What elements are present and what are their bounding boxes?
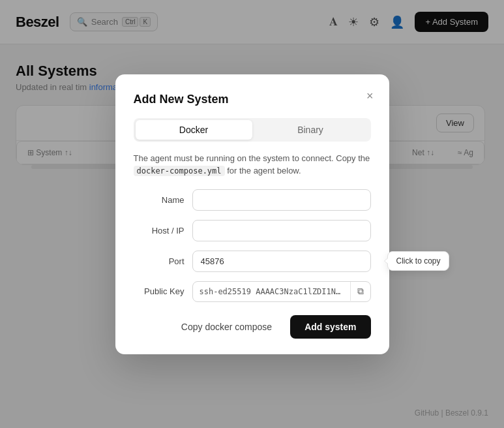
- copy-docker-compose-button[interactable]: Copy docker compose: [171, 315, 282, 339]
- modal-close-button[interactable]: ×: [364, 87, 376, 104]
- port-wrapper: Click to copy: [192, 251, 371, 272]
- tab-docker[interactable]: Docker: [136, 120, 252, 140]
- host-label: Host / IP: [134, 226, 185, 236]
- tab-binary[interactable]: Binary: [252, 120, 369, 140]
- public-key-wrapper: ssh-ed25519 AAAAC3NzaC1lZDI1NTE ⧉: [192, 281, 371, 302]
- host-field-row: Host / IP: [134, 220, 371, 241]
- port-input[interactable]: [192, 251, 371, 272]
- public-key-value: ssh-ed25519 AAAAC3NzaC1lZDI1NTE: [193, 282, 350, 301]
- description-code: docker-compose.yml: [134, 166, 225, 176]
- add-system-submit-button[interactable]: Add system: [290, 315, 370, 339]
- add-system-modal: Add New System × Docker Binary The agent…: [115, 74, 389, 354]
- name-field-row: Name: [134, 189, 371, 211]
- public-key-label: Public Key: [134, 286, 185, 296]
- modal-footer: Copy docker compose Add system: [134, 315, 371, 339]
- modal-description: The agent must be running on the system …: [134, 152, 371, 177]
- modal-title: Add New System: [134, 93, 371, 106]
- tab-toggle: Docker Binary: [134, 118, 371, 142]
- public-key-copy-button[interactable]: ⧉: [350, 282, 370, 301]
- modal-overlay: Add New System × Docker Binary The agent…: [0, 0, 504, 428]
- host-input[interactable]: [192, 220, 371, 241]
- port-label: Port: [134, 256, 185, 266]
- copy-tooltip: Click to copy: [387, 251, 449, 271]
- port-field-row: Port Click to copy: [134, 251, 371, 272]
- name-label: Name: [134, 195, 185, 205]
- name-input[interactable]: [192, 189, 371, 211]
- public-key-field-row: Public Key ssh-ed25519 AAAAC3NzaC1lZDI1N…: [134, 281, 371, 302]
- copy-icon: ⧉: [357, 286, 364, 297]
